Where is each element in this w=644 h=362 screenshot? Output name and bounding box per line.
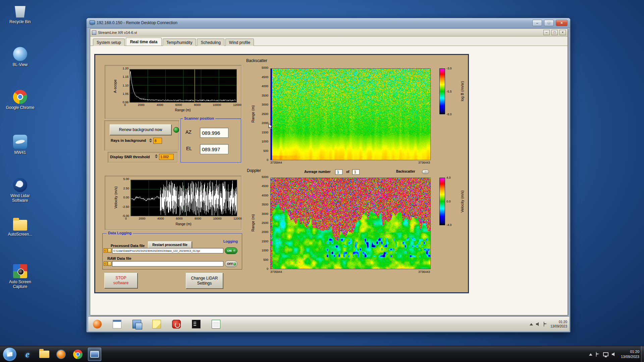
ascope-plot <box>129 69 237 103</box>
tab-real-time-data[interactable]: Real time data <box>126 38 162 46</box>
action-center-flag-icon[interactable] <box>543 322 547 326</box>
desktop-icon-google-chrome[interactable]: Google Chrome <box>4 90 36 110</box>
tick-label: 3500 <box>262 203 268 206</box>
tick-label: 1.15 <box>122 75 128 78</box>
recycle-bin-icon <box>13 4 27 18</box>
chrome-glyph <box>73 350 83 359</box>
tick-label: -4.0 <box>446 224 452 227</box>
tick-label: 0 <box>267 267 268 270</box>
browse-folder-icon[interactable] <box>108 248 111 253</box>
backscatter-y-axis-label: Range (m) <box>251 105 255 123</box>
desktop-icon-mw41[interactable]: MW41 <box>4 135 36 155</box>
backscatter-title: Backscatter <box>246 58 267 63</box>
sticky-note-icon[interactable] <box>152 320 161 328</box>
tab-wind-profile[interactable]: Wind profile <box>225 39 254 46</box>
remote-clock[interactable]: 01:20 13/09/2023 <box>550 320 567 329</box>
ascope-group: A-scope 1.201.151.101.050.99 02000400060… <box>105 65 241 119</box>
tick-label: 5000 <box>262 176 268 179</box>
chrome-icon <box>13 90 27 104</box>
snr-threshold-label: Display SNR threshold <box>110 155 150 159</box>
rays-spinner[interactable] <box>149 138 152 142</box>
rdp-titlebar[interactable]: 192.168.0.150 - Remote Desktop Connectio… <box>87 18 570 28</box>
tick-label: 4500 <box>262 76 268 79</box>
network-app-icon[interactable] <box>132 320 141 328</box>
browser-icon[interactable] <box>93 320 102 328</box>
app-close-button[interactable]: × <box>559 30 566 35</box>
internet-explorer-icon[interactable]: e <box>21 348 34 361</box>
az-value-field[interactable]: 089.996 <box>200 128 228 138</box>
tick-label: 4000 <box>157 103 163 107</box>
rays-in-background-value[interactable]: 8 <box>153 138 162 144</box>
tick-label: -5.5 <box>446 90 452 93</box>
desktop-icon-recycle-bin[interactable]: Recycle Bin <box>4 4 36 24</box>
power-app-icon[interactable] <box>172 320 181 328</box>
toggle-state-label: OFF <box>227 262 233 265</box>
snr-spinner[interactable] <box>155 154 158 158</box>
explorer-folder-icon[interactable] <box>38 348 51 361</box>
el-value-field[interactable]: 089.997 <box>200 144 228 154</box>
app-restore-button[interactable]: □ <box>551 30 558 35</box>
rdp-minimize-button[interactable]: – <box>532 20 542 26</box>
restart-processed-file-button[interactable]: Restart processed file <box>148 241 192 248</box>
tab-system-setup[interactable]: System setup <box>93 39 125 46</box>
desktop-icon-label: Google Chrome <box>4 105 36 110</box>
chrome-taskbar-icon[interactable] <box>71 348 85 361</box>
tick-label: 500 <box>263 258 268 261</box>
tick-label: 4500 <box>262 185 268 188</box>
browse-folder-icon[interactable] <box>108 261 111 266</box>
app-window-title: StreamLine XR v14-6.vi <box>98 31 542 35</box>
desktop-icon-wind-lidar[interactable]: Wind Lidar Software <box>4 178 36 203</box>
action-center-flag-icon[interactable] <box>596 352 600 357</box>
desktop-icon-auto-screen-capture[interactable]: Auto Screen Capture <box>4 264 36 289</box>
rdp-maximize-button[interactable]: □ <box>544 20 554 26</box>
tray-arrow-icon[interactable] <box>530 323 533 325</box>
doppler-colorbar-ticks: 4.00.0-4.0 <box>446 176 458 227</box>
rdp-close-button[interactable]: × <box>556 20 568 26</box>
host-clock-date: 13/09/2023 <box>621 354 639 359</box>
spreadsheet-icon[interactable] <box>212 320 220 328</box>
start-button[interactable] <box>3 347 17 361</box>
change-lidar-settings-button[interactable]: Change LiDARSettings <box>186 273 223 289</box>
average-count-field[interactable]: 1 <box>352 169 360 175</box>
backscatter-toggle[interactable] <box>422 170 429 174</box>
ascope-x-axis-label: Range (m) <box>129 108 236 112</box>
host-clock[interactable]: 01:20 13/09/2023 <box>621 349 639 360</box>
tick-label: 12000 <box>233 103 241 107</box>
app-window: StreamLine XR v14-6.vi – □ × System setu… <box>90 28 568 315</box>
app-minimize-button[interactable]: – <box>543 30 550 35</box>
tick-label: 4000 <box>262 194 268 197</box>
volume-icon[interactable] <box>536 322 540 326</box>
show-desktop-button[interactable] <box>641 346 644 362</box>
tick-label: 10000 <box>213 217 221 220</box>
snr-threshold-value[interactable]: 1.002 <box>159 154 174 160</box>
stop-software-button[interactable]: STOPsoftware <box>104 273 138 288</box>
tick-label: 2000 <box>138 103 145 107</box>
bl-view-icon <box>13 47 27 61</box>
tick-label: 4.0 <box>446 176 451 179</box>
notepad-icon[interactable] <box>113 320 121 328</box>
scanner-position-group: Scanner position AZ 089.996 EL 089.997 <box>180 119 241 163</box>
media-player-icon[interactable] <box>54 348 68 361</box>
rdp-taskbar-button-active[interactable] <box>88 348 101 361</box>
raw-logging-toggle[interactable]: OFF <box>225 260 237 267</box>
volume-icon[interactable] <box>612 352 616 356</box>
mw41-icon <box>13 135 27 149</box>
tick-label: 2000 <box>262 231 268 234</box>
app-titlebar[interactable]: StreamLine XR v14-6.vi – □ × <box>90 29 568 37</box>
desktop-icon-bl-view[interactable]: BL-View <box>4 47 36 67</box>
renew-background-button[interactable]: Renew background now <box>110 124 171 135</box>
processed-path-input[interactable]: C:\Lidar\Data\Proc\2023\202309\20230913\… <box>112 248 223 253</box>
desktop-icon-autoscreen-folder[interactable]: AutoScreen... <box>4 220 36 237</box>
doppler-heatmap <box>270 178 431 269</box>
terminal-icon[interactable] <box>192 320 201 328</box>
processed-logging-toggle[interactable]: ON <box>225 247 237 254</box>
tick-label: 2.50 <box>123 187 129 190</box>
remote-clock-date: 13/09/2023 <box>550 324 567 329</box>
raw-path-input[interactable] <box>112 261 223 266</box>
velocity-group: Velocity (m/s) 5.002.500.00-2.50-5.00 02… <box>105 176 241 230</box>
tray-arrow-icon[interactable] <box>589 353 592 356</box>
average-number-field[interactable]: 1 <box>335 169 342 175</box>
tab-scheduling[interactable]: Scheduling <box>197 39 224 46</box>
tab-temp-humidity[interactable]: Temp/humidity <box>163 39 196 46</box>
network-status-icon[interactable] <box>603 352 608 356</box>
